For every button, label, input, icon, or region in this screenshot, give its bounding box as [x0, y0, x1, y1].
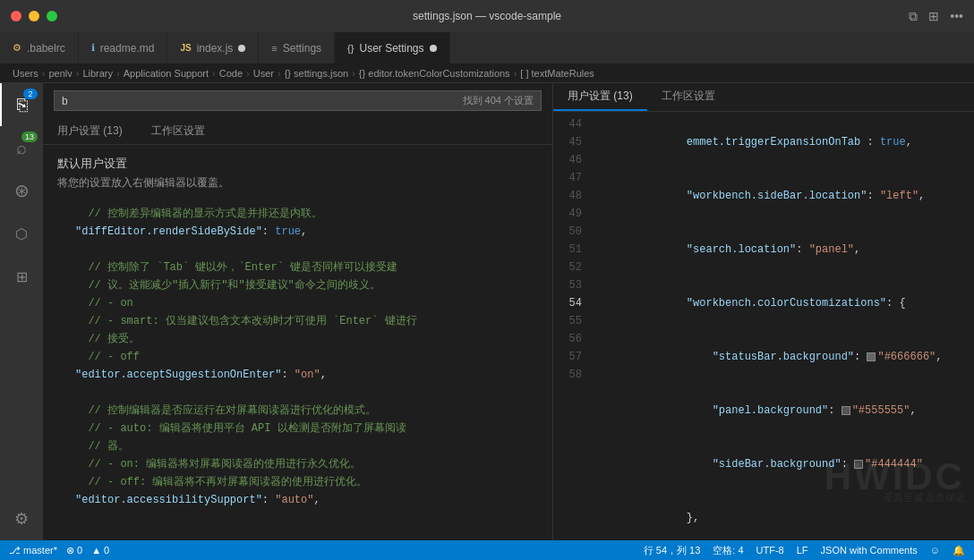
fullscreen-button[interactable]	[47, 11, 57, 21]
breadcrumb-penlv[interactable]: penlv	[48, 68, 72, 79]
window-title: settings.json — vscode-sample	[413, 10, 561, 22]
json-icon: {}	[347, 43, 354, 54]
editor-layout-icon[interactable]: ⊞	[928, 9, 939, 23]
editor-line-44: emmet.triggerExpansionOnTab : true,	[589, 115, 974, 169]
editor-line-45: "workbench.sideBar.location": "left",	[589, 169, 974, 223]
editor-body: 44 45 46 47 48 49 50 51 52 53 54 55 56 5…	[553, 112, 974, 540]
activity-bar: ⎘ 2 ⌕ 13 ⊛ ⬡ ⊞ ⚙	[0, 83, 43, 540]
tab-settings[interactable]: ≡ Settings	[259, 32, 335, 64]
tab-readme[interactable]: ℹ readme.md	[79, 32, 168, 64]
search-input-wrap: 找到 404 个设置	[54, 90, 542, 111]
settings-icon: ≡	[271, 43, 277, 54]
smiley-status[interactable]: ☺	[930, 545, 940, 556]
activity-files-icon[interactable]: ⎘ 2	[0, 83, 43, 126]
tab-user-settings[interactable]: {} User Settings	[335, 32, 449, 64]
settings-tabs: 用户设置 (13) 工作区设置	[43, 118, 552, 145]
breadcrumb-application-support[interactable]: Application Support	[124, 68, 209, 79]
tab-babelrc[interactable]: ⚙ .babelrc	[0, 32, 79, 64]
editor-line-50: "sideBar.background": "#444444"	[589, 437, 974, 491]
tab-settings-label: Settings	[283, 42, 321, 55]
search-count: 找到 404 个设置	[463, 94, 534, 107]
editor-tab-workspace[interactable]: 工作区设置	[647, 83, 730, 111]
tab-babelrc-label: .babelrc	[27, 42, 65, 55]
cursor-position-status[interactable]: 行 54，列 13	[644, 544, 701, 557]
status-bar: ⎇ master* ⊗ 0 ▲ 0 行 54，列 13 空格: 4 UTF-8 …	[0, 540, 974, 560]
tab-user-settings-dirty-dot	[430, 45, 437, 52]
line-numbers: 44 45 46 47 48 49 50 51 52 53 54 55 56 5…	[553, 112, 589, 540]
editor-settings-tabs: 用户设置 (13) 工作区设置	[553, 83, 974, 112]
search-input[interactable]	[62, 95, 457, 107]
activity-settings-icon[interactable]: ⚙	[0, 497, 43, 540]
language-status[interactable]: JSON with Comments	[821, 545, 918, 556]
warnings-status: ▲ 0	[91, 545, 109, 556]
breadcrumb: Users › penlv › Library › Application Su…	[0, 64, 974, 83]
tab-indexjs[interactable]: JS index.js	[167, 32, 259, 64]
breadcrumb-library[interactable]: Library	[82, 68, 113, 79]
status-left: ⎇ master* ⊗ 0 ▲ 0	[9, 545, 109, 556]
breadcrumb-users[interactable]: Users	[13, 68, 38, 79]
breadcrumb-settings-json[interactable]: {} settings.json	[285, 68, 349, 79]
git-branch-status[interactable]: ⎇ master*	[9, 545, 57, 556]
title-actions: ⧉ ⊞ •••	[909, 9, 963, 24]
babelrc-icon: ⚙	[13, 42, 21, 54]
errors-status[interactable]: ⊗ 0	[66, 545, 82, 556]
breadcrumb-code[interactable]: Code	[219, 68, 243, 79]
search-badge: 13	[21, 132, 38, 142]
traffic-lights	[11, 11, 57, 21]
breadcrumb-token-color[interactable]: {} editor.tokenColorCustomizations	[359, 68, 510, 79]
tab-bar: ⚙ .babelrc ℹ readme.md JS index.js ≡ Set…	[0, 32, 974, 64]
default-settings-title: 默认用户设置	[57, 156, 538, 172]
encoding-status[interactable]: UTF-8	[756, 545, 784, 556]
editor-lines[interactable]: emmet.triggerExpansionOnTab : true, "wor…	[589, 112, 974, 540]
editor-tab-user-settings[interactable]: 用户设置 (13)	[553, 83, 647, 111]
default-settings-area: 默认用户设置 将您的设置放入右侧编辑器以覆盖。 // 控制差异编辑器的显示方式是…	[43, 145, 552, 540]
editor-line-48: "statusBar.background": "#666666",	[589, 330, 974, 384]
editor-line-49: "panel.background": "#555555",	[589, 384, 974, 437]
split-editor-icon[interactable]: ⧉	[909, 9, 918, 24]
activity-debug-icon[interactable]: ⬡	[0, 212, 43, 255]
tab-workspace-settings[interactable]: 工作区设置	[137, 118, 219, 144]
editor-line-47: "workbench.colorCustomizations": {	[589, 276, 974, 330]
tab-dirty-dot	[238, 45, 245, 52]
tab-user-settings-panel[interactable]: 用户设置 (13)	[43, 118, 137, 144]
readme-icon: ℹ	[91, 42, 95, 54]
more-actions-icon[interactable]: •••	[950, 9, 963, 23]
tab-readme-label: readme.md	[100, 42, 155, 55]
activity-search-icon[interactable]: ⌕ 13	[0, 126, 43, 169]
js-icon: JS	[180, 43, 191, 53]
editor-line-51: },	[589, 491, 974, 540]
default-settings-desc: 将您的设置放入右侧编辑器以覆盖。	[57, 175, 538, 191]
tab-user-settings-label: User Settings	[359, 42, 423, 55]
status-right: 行 54，列 13 空格: 4 UTF-8 LF JSON with Comme…	[644, 544, 965, 557]
activity-extensions-icon[interactable]: ⊞	[0, 255, 43, 298]
editor-line-46: "search.location": "panel",	[589, 223, 974, 276]
title-bar: settings.json — vscode-sample ⧉ ⊞ •••	[0, 0, 974, 32]
bell-status[interactable]: 🔔	[953, 545, 965, 556]
minimize-button[interactable]	[29, 11, 39, 21]
settings-panel: 找到 404 个设置 用户设置 (13) 工作区设置 默认用户设置 将您的设置放…	[43, 83, 553, 540]
editor-panel: 用户设置 (13) 工作区设置 44 45 46 47 48 49 50 51 …	[553, 83, 974, 540]
default-editor-code: // 控制差异编辑器的显示方式是并排还是内联。 "diffEditor.rend…	[57, 205, 538, 509]
indentation-status[interactable]: 空格: 4	[713, 544, 743, 557]
search-bar: 找到 404 个设置	[43, 83, 552, 118]
close-button[interactable]	[11, 11, 21, 21]
breadcrumb-textmate-rules[interactable]: [ ] textMateRules	[520, 68, 594, 79]
line-ending-status[interactable]: LF	[797, 545, 808, 556]
activity-git-icon[interactable]: ⊛	[0, 169, 43, 212]
files-badge: 2	[23, 89, 38, 99]
tab-indexjs-label: index.js	[197, 42, 234, 55]
breadcrumb-user[interactable]: User	[253, 68, 274, 79]
